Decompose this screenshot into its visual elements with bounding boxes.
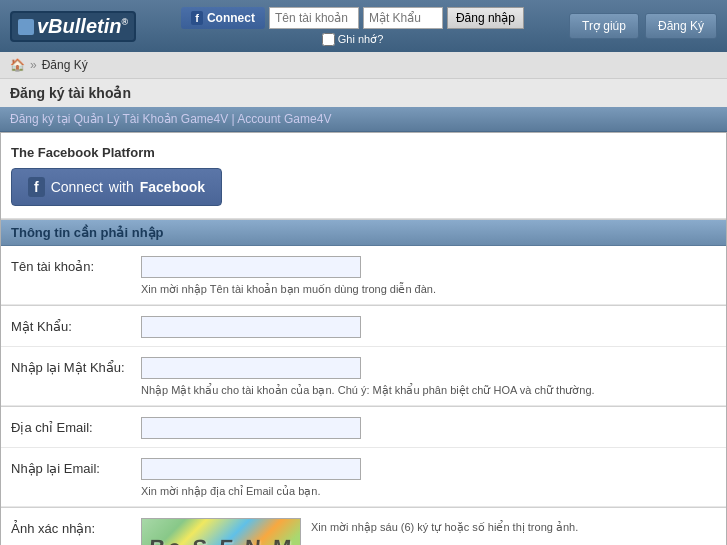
facebook-icon-small: f — [191, 11, 203, 25]
breadcrumb-label: Đăng Ký — [42, 58, 88, 72]
form-row-password: Mật Khẩu: — [1, 306, 726, 347]
btn-connect-text: Connect — [51, 179, 103, 195]
header-remember-row: Ghi nhớ? — [322, 33, 384, 46]
header: vBulletin® f Connect Đăng nhập Ghi nhớ? … — [0, 0, 727, 52]
facebook-icon-main: f — [28, 177, 45, 197]
input-password[interactable] — [141, 316, 361, 338]
input-password-confirm[interactable] — [141, 357, 361, 379]
label-email: Địa chỉ Email: — [11, 417, 141, 435]
hint-password-confirm: Nhập Mật khẩu cho tài khoản của bạn. Chú… — [141, 384, 716, 397]
logo-box: vBulletin® — [10, 11, 136, 42]
captcha-image-col: Bc S F N M Nạp lại ảnh — [141, 518, 301, 545]
btn-with-text: with — [109, 179, 134, 195]
form-row-email-confirm: Nhập lại Email: Xin mời nhập địa chỉ Ema… — [1, 448, 726, 507]
facebook-connect-main-button[interactable]: f Connect with Facebook — [11, 168, 222, 206]
field-area-password — [141, 316, 716, 338]
field-area-password-confirm: Nhập Mật khẩu cho tài khoản của bạn. Chú… — [141, 357, 716, 397]
label-password-confirm: Nhập lại Mật Khẩu: — [11, 357, 141, 375]
header-username-input[interactable] — [269, 7, 359, 29]
hint-username: Xin mời nhập Tên tài khoản bạn muốn dùng… — [141, 283, 716, 296]
label-username: Tên tài khoản: — [11, 256, 141, 274]
register-button[interactable]: Đăng Ký — [645, 13, 717, 39]
label-password: Mật Khẩu: — [11, 316, 141, 334]
sub-section-header: Đăng ký tại Quản Lý Tài Khoản Game4V | A… — [0, 107, 727, 132]
page-title: Đăng ký tài khoản — [0, 79, 727, 107]
label-email-confirm: Nhập lại Email: — [11, 458, 141, 476]
help-button[interactable]: Trợ giúp — [569, 13, 639, 39]
captcha-chars: Bc S F N M — [147, 535, 294, 545]
header-center: f Connect Đăng nhập Ghi nhớ? — [181, 7, 524, 46]
header-login-button[interactable]: Đăng nhập — [447, 7, 524, 29]
btn-facebook-text: Facebook — [140, 179, 205, 195]
input-username[interactable] — [141, 256, 361, 278]
header-nav-buttons: Trợ giúp Đăng Ký — [569, 13, 717, 39]
sub-link[interactable]: Đăng ký tại Quản Lý Tài Khoản Game4V | A… — [10, 112, 331, 126]
logo: vBulletin® — [10, 11, 136, 42]
form-row-username: Tên tài khoản: Xin mời nhập Tên tài khoả… — [1, 246, 726, 305]
label-captcha: Ảnh xác nhận: — [11, 518, 141, 536]
input-email[interactable] — [141, 417, 361, 439]
hint-email-confirm: Xin mời nhập địa chỉ Email của bạn. — [141, 485, 716, 498]
thongtin-header: Thông tin cần phải nhập — [1, 220, 726, 246]
breadcrumb: 🏠 » Đăng Ký — [0, 52, 727, 79]
remember-checkbox[interactable] — [322, 33, 335, 46]
thongtin-section: Thông tin cần phải nhập Tên tài khoản: X… — [1, 219, 726, 545]
captcha-right-col: Xin mời nhập sáu (6) ký tự hoặc số hiển … — [311, 518, 578, 534]
home-icon: 🏠 — [10, 58, 25, 72]
header-password-input[interactable] — [363, 7, 443, 29]
facebook-platform-section: The Facebook Platform f Connect with Fac… — [1, 133, 726, 219]
form-row-email: Địa chỉ Email: — [1, 407, 726, 448]
captcha-hint: Xin mời nhập sáu (6) ký tự hoặc số hiển … — [311, 521, 578, 534]
facebook-platform-title: The Facebook Platform — [11, 145, 716, 160]
captcha-image: Bc S F N M — [141, 518, 301, 545]
header-top-row: f Connect Đăng nhập — [181, 7, 524, 29]
input-email-confirm[interactable] — [141, 458, 361, 480]
field-area-username: Xin mời nhập Tên tài khoản bạn muốn dùng… — [141, 256, 716, 296]
form-row-captcha: Ảnh xác nhận: Bc S F N M Nạp lại ảnh Xin… — [1, 508, 726, 545]
captcha-area: Bc S F N M Nạp lại ảnh Xin mời nhập sáu … — [141, 518, 578, 545]
form-panel: The Facebook Platform f Connect with Fac… — [0, 132, 727, 545]
form-row-password-confirm: Nhập lại Mật Khẩu: Nhập Mật khẩu cho tài… — [1, 347, 726, 406]
field-area-email-confirm: Xin mời nhập địa chỉ Email của bạn. — [141, 458, 716, 498]
content: 🏠 » Đăng Ký Đăng ký tài khoản Đăng ký tạ… — [0, 52, 727, 545]
header-facebook-connect-button[interactable]: f Connect — [181, 7, 265, 29]
logo-v-icon — [18, 19, 34, 35]
field-area-email — [141, 417, 716, 439]
form-body: Tên tài khoản: Xin mời nhập Tên tài khoả… — [1, 246, 726, 545]
